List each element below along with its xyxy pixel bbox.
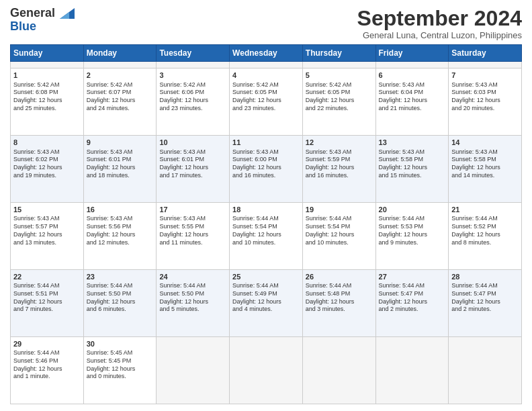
daylight-hours-text: Daylight: 12 hours <box>87 164 154 172</box>
sunset-text: Sunset: 6:01 PM <box>159 156 226 164</box>
sunrise-text: Sunrise: 5:44 AM <box>232 282 300 290</box>
day-number: 10 <box>159 138 226 147</box>
sunset-text: Sunset: 6:07 PM <box>87 89 154 97</box>
daylight-minutes-text: and 24 minutes. <box>87 105 154 113</box>
sunset-text: Sunset: 6:04 PM <box>379 89 446 97</box>
sunset-text: Sunset: 5:54 PM <box>306 223 373 231</box>
table-row: 12Sunrise: 5:43 AMSunset: 5:59 PMDayligh… <box>302 136 375 203</box>
sunrise-text: Sunrise: 5:44 AM <box>451 215 519 223</box>
day-number: 28 <box>451 272 519 281</box>
sunset-text: Sunset: 5:47 PM <box>379 290 446 298</box>
table-row: 29Sunrise: 5:44 AMSunset: 5:46 PMDayligh… <box>11 337 84 404</box>
col-thursday: Thursday <box>302 45 375 62</box>
sunset-text: Sunset: 6:08 PM <box>13 89 81 97</box>
table-row: 18Sunrise: 5:44 AMSunset: 5:54 PMDayligh… <box>230 203 303 270</box>
daylight-minutes-text: and 25 minutes. <box>13 105 81 113</box>
table-row <box>375 62 449 68</box>
daylight-minutes-text: and 2 minutes. <box>451 306 519 314</box>
col-saturday: Saturday <box>449 45 522 62</box>
table-row: 11Sunrise: 5:43 AMSunset: 6:00 PMDayligh… <box>230 136 303 203</box>
table-row: 19Sunrise: 5:44 AMSunset: 5:54 PMDayligh… <box>302 203 375 270</box>
table-row: 2Sunrise: 5:42 AMSunset: 6:07 PMDaylight… <box>83 68 157 136</box>
day-number: 17 <box>159 205 226 214</box>
table-row: 25Sunrise: 5:44 AMSunset: 5:49 PMDayligh… <box>230 270 303 337</box>
col-tuesday: Tuesday <box>157 45 230 62</box>
sunrise-text: Sunrise: 5:43 AM <box>13 215 81 223</box>
sunset-text: Sunset: 5:51 PM <box>13 290 81 298</box>
daylight-minutes-text: and 11 minutes. <box>159 239 226 247</box>
day-number: 16 <box>87 205 154 214</box>
table-row: 16Sunrise: 5:43 AMSunset: 5:56 PMDayligh… <box>83 203 157 270</box>
sunrise-text: Sunrise: 5:43 AM <box>87 148 154 156</box>
daylight-hours-text: Daylight: 12 hours <box>13 164 81 172</box>
logo-general-text: General <box>10 6 55 19</box>
daylight-hours-text: Daylight: 12 hours <box>13 231 81 239</box>
daylight-minutes-text: and 9 minutes. <box>379 239 446 247</box>
sunrise-text: Sunrise: 5:43 AM <box>159 148 226 156</box>
daylight-hours-text: Daylight: 12 hours <box>379 231 446 239</box>
sunrise-text: Sunrise: 5:42 AM <box>306 81 373 89</box>
sunset-text: Sunset: 5:57 PM <box>13 223 81 231</box>
sunset-text: Sunset: 6:01 PM <box>87 156 154 164</box>
day-number: 13 <box>379 138 446 147</box>
sunset-text: Sunset: 5:54 PM <box>232 223 300 231</box>
table-row: 14Sunrise: 5:43 AMSunset: 5:58 PMDayligh… <box>449 136 522 203</box>
daylight-hours-text: Daylight: 12 hours <box>451 164 519 172</box>
calendar-week-row: 29Sunrise: 5:44 AMSunset: 5:46 PMDayligh… <box>11 337 522 404</box>
sunset-text: Sunset: 5:56 PM <box>87 223 154 231</box>
sunrise-text: Sunrise: 5:44 AM <box>379 282 446 290</box>
daylight-hours-text: Daylight: 12 hours <box>379 164 446 172</box>
daylight-hours-text: Daylight: 12 hours <box>306 164 373 172</box>
table-row: 4Sunrise: 5:42 AMSunset: 6:05 PMDaylight… <box>230 68 303 136</box>
daylight-minutes-text: and 18 minutes. <box>87 172 154 180</box>
sunrise-text: Sunrise: 5:42 AM <box>13 81 81 89</box>
table-row: 5Sunrise: 5:42 AMSunset: 6:05 PMDaylight… <box>302 68 375 136</box>
day-number: 23 <box>87 272 154 281</box>
day-number: 5 <box>306 71 373 80</box>
table-row: 15Sunrise: 5:43 AMSunset: 5:57 PMDayligh… <box>11 203 84 270</box>
day-number: 21 <box>451 205 519 214</box>
calendar-week-row: 8Sunrise: 5:43 AMSunset: 6:02 PMDaylight… <box>11 136 522 203</box>
table-row: 23Sunrise: 5:44 AMSunset: 5:50 PMDayligh… <box>83 270 157 337</box>
daylight-minutes-text: and 22 minutes. <box>306 105 373 113</box>
col-friday: Friday <box>375 45 449 62</box>
daylight-minutes-text: and 23 minutes. <box>159 105 226 113</box>
sunset-text: Sunset: 5:49 PM <box>232 290 300 298</box>
sunset-text: Sunset: 5:52 PM <box>451 223 519 231</box>
sunrise-text: Sunrise: 5:44 AM <box>379 215 446 223</box>
sunrise-text: Sunrise: 5:43 AM <box>379 81 446 89</box>
daylight-hours-text: Daylight: 12 hours <box>159 97 226 105</box>
daylight-hours-text: Daylight: 12 hours <box>13 97 81 105</box>
table-row: 27Sunrise: 5:44 AMSunset: 5:47 PMDayligh… <box>375 270 449 337</box>
table-row: 3Sunrise: 5:42 AMSunset: 6:06 PMDaylight… <box>157 68 230 136</box>
daylight-hours-text: Daylight: 12 hours <box>451 298 519 306</box>
col-monday: Monday <box>83 45 157 62</box>
table-row: 28Sunrise: 5:44 AMSunset: 5:47 PMDayligh… <box>449 270 522 337</box>
sunrise-text: Sunrise: 5:43 AM <box>13 148 81 156</box>
table-row: 21Sunrise: 5:44 AMSunset: 5:52 PMDayligh… <box>449 203 522 270</box>
sunrise-text: Sunrise: 5:45 AM <box>87 349 154 357</box>
daylight-minutes-text: and 13 minutes. <box>13 239 81 247</box>
day-number: 22 <box>13 272 81 281</box>
day-number: 20 <box>379 205 446 214</box>
daylight-hours-text: Daylight: 12 hours <box>232 298 300 306</box>
table-row <box>230 62 303 68</box>
sunset-text: Sunset: 5:46 PM <box>13 357 81 365</box>
day-number: 19 <box>306 205 373 214</box>
sunrise-text: Sunrise: 5:43 AM <box>451 148 519 156</box>
calendar-week-row: 22Sunrise: 5:44 AMSunset: 5:51 PMDayligh… <box>11 270 522 337</box>
daylight-hours-text: Daylight: 12 hours <box>451 231 519 239</box>
daylight-hours-text: Daylight: 12 hours <box>306 231 373 239</box>
table-row: 26Sunrise: 5:44 AMSunset: 5:48 PMDayligh… <box>302 270 375 337</box>
table-row: 20Sunrise: 5:44 AMSunset: 5:53 PMDayligh… <box>375 203 449 270</box>
daylight-minutes-text: and 0 minutes. <box>87 373 154 381</box>
day-number: 18 <box>232 205 300 214</box>
sunrise-text: Sunrise: 5:44 AM <box>306 282 373 290</box>
day-number: 9 <box>87 138 154 147</box>
calendar-week-row <box>11 62 522 68</box>
sunset-text: Sunset: 6:02 PM <box>13 156 81 164</box>
sunrise-text: Sunrise: 5:44 AM <box>232 215 300 223</box>
table-row <box>449 62 522 68</box>
sunrise-text: Sunrise: 5:42 AM <box>159 81 226 89</box>
table-row <box>157 337 230 404</box>
